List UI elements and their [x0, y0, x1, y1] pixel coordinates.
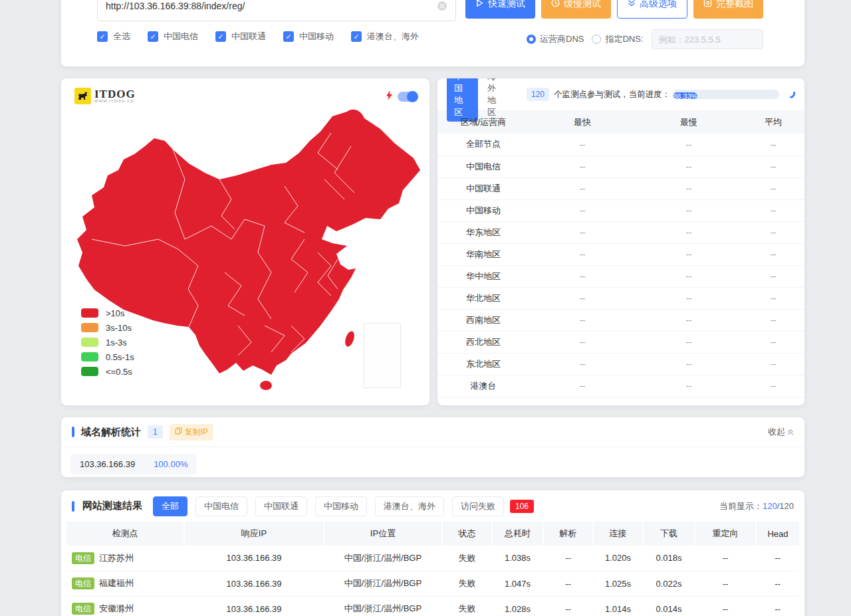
slow-test-label: 缓慢测试 [564, 0, 601, 10]
url-input[interactable] [106, 1, 437, 11]
results-column-header: 解析 [543, 522, 593, 546]
node-name: 福建福州 [99, 578, 134, 588]
radio-unselected-icon [592, 35, 601, 44]
result-row: 电信福建福州103.36.166.39中国/浙江/温州/BGP失败1.047s-… [66, 571, 799, 596]
result-cell-redirect: -- [695, 571, 756, 596]
legend-swatch [81, 367, 98, 376]
checkbox-label: 中国联通 [231, 31, 266, 43]
region-value: -- [529, 134, 636, 155]
display-count-current: 120 [763, 501, 777, 511]
results-column-header: 检测点 [66, 522, 184, 546]
carrier-checkbox[interactable]: ✓全选 [97, 31, 130, 43]
legend-label: 1s-3s [106, 338, 127, 348]
carrier-dns-label: 运营商DNS [540, 33, 584, 45]
screenshot-icon [703, 0, 712, 9]
result-cell-redirect: -- [695, 596, 756, 616]
carrier-checkbox[interactable]: ✓港澳台、海外 [351, 31, 419, 43]
slow-test-button[interactable]: 缓慢测试 [541, 0, 611, 19]
region-value: -- [529, 331, 636, 353]
collapse-button[interactable]: 收起 [768, 426, 794, 438]
region-stats-panel: 中国地区 海外地区 120 个监测点参与测试，当前进度： 88.33% 区域/运… [437, 78, 804, 405]
results-title: 网站测速结果 [82, 500, 142, 512]
carrier-checkbox[interactable]: ✓中国移动 [283, 31, 334, 43]
carrier-badge: 电信 [72, 577, 94, 589]
results-header: 网站测速结果 全部中国电信中国联通中国移动港澳台、海外访问失败106 当前显示：… [61, 490, 804, 522]
carrier-dns-radio[interactable]: 运营商DNS [527, 33, 584, 45]
chevron-double-down-icon [628, 0, 636, 9]
result-cell-location: 中国/浙江/温州/BGP [324, 546, 442, 571]
checkbox-checked-icon: ✓ [215, 31, 226, 42]
region-value: -- [636, 177, 742, 199]
checkbox-label: 全选 [113, 31, 130, 43]
carrier-checkbox[interactable]: ✓中国联通 [215, 31, 266, 43]
region-value: -- [636, 353, 742, 375]
itdog-logo: ITDOG WWW.ITDOG.CN [74, 88, 136, 104]
region-value: -- [636, 134, 742, 155]
region-value: -- [529, 155, 636, 177]
results-column-header: 总耗时 [492, 522, 543, 546]
region-value: -- [529, 221, 636, 243]
region-table-row: 华南地区------ [437, 243, 804, 265]
clear-input-icon[interactable] [437, 1, 447, 11]
region-value: -- [636, 155, 742, 177]
tab-overseas-region[interactable]: 海外地区 [487, 78, 504, 118]
region-value: -- [529, 265, 636, 287]
dns-stats-title: 域名解析统计 [81, 426, 141, 439]
carrier-checkbox[interactable]: ✓中国电信 [148, 31, 198, 43]
region-table-row: 西北地区------ [437, 331, 804, 353]
dns-stats-header: 域名解析统计 1 复制IP 收起 [61, 417, 804, 447]
radio-selected-icon [527, 35, 536, 44]
region-table-row: 中国联通------ [437, 177, 804, 199]
result-row: 电信江苏苏州103.36.166.39中国/浙江/温州/BGP失败1.038s-… [66, 546, 799, 571]
result-cell-download: 0.014s [643, 596, 695, 616]
result-filter-tab[interactable]: 中国联通 [255, 496, 307, 516]
region-value: -- [636, 375, 742, 397]
quick-test-button[interactable]: 快速测试 [465, 0, 535, 19]
legend-swatch [81, 308, 98, 318]
copy-ip-button[interactable]: 复制IP [170, 424, 213, 441]
result-filter-tab[interactable]: 全部 [153, 496, 187, 516]
result-cell-total: 1.047s [492, 571, 543, 596]
resolved-ip-item[interactable]: 103.36.166.39 100.00% [70, 454, 197, 474]
checkbox-checked-icon: ✓ [148, 31, 158, 42]
region-value: -- [636, 331, 742, 353]
tab-china-region[interactable]: 中国地区 [447, 78, 478, 122]
checkbox-checked-icon: ✓ [97, 31, 108, 42]
advanced-options-button[interactable]: 高级选项 [617, 0, 687, 19]
legend-label: <=0.5s [106, 367, 132, 377]
result-filter-tab[interactable]: 访问失败 [452, 496, 504, 516]
custom-dns-radio[interactable]: 指定DNS: [592, 33, 643, 45]
carrier-badge: 电信 [72, 603, 94, 615]
map-mode-toggle[interactable] [398, 92, 418, 102]
result-cell-dns: -- [543, 596, 593, 616]
result-row: 电信安徽滁州103.36.166.39中国/浙江/温州/BGP失败1.028s-… [66, 596, 799, 616]
full-screenshot-button[interactable]: 完整截图 [693, 0, 763, 19]
custom-dns-input[interactable] [652, 29, 763, 49]
region-name: 中国联通 [437, 177, 529, 199]
region-value: -- [742, 331, 804, 353]
region-value: -- [529, 243, 636, 265]
region-table-row: 中国移动------ [437, 199, 804, 221]
region-value: -- [636, 243, 742, 265]
result-cell-redirect: -- [695, 546, 756, 571]
region-name: 东北地区 [437, 353, 529, 375]
result-cell-location: 中国/浙江/温州/BGP [324, 571, 442, 596]
region-value: -- [742, 309, 804, 331]
dns-stats-panel: 域名解析统计 1 复制IP 收起 103.36.166.39 100.00% [61, 417, 804, 477]
display-count-label: 当前显示： [719, 501, 763, 511]
result-cell-dns: -- [543, 571, 593, 596]
url-input-box [97, 0, 456, 21]
result-filter-tab[interactable]: 港澳台、海外 [375, 496, 444, 516]
region-name: 华北地区 [437, 287, 529, 309]
lightning-icon [386, 90, 393, 103]
result-filter-tab[interactable]: 中国移动 [315, 496, 367, 516]
result-cell-total: 1.038s [492, 546, 543, 571]
region-value: -- [636, 309, 742, 331]
ip-count-badge: 1 [148, 425, 163, 439]
fail-count-badge: 106 [510, 500, 534, 513]
results-column-header: Head [756, 522, 799, 546]
result-filter-tab[interactable]: 中国电信 [195, 496, 247, 516]
result-cell-head: -- [756, 571, 799, 596]
custom-dns-label: 指定DNS: [605, 33, 643, 45]
result-cell-ip: 103.36.166.39 [184, 546, 324, 571]
